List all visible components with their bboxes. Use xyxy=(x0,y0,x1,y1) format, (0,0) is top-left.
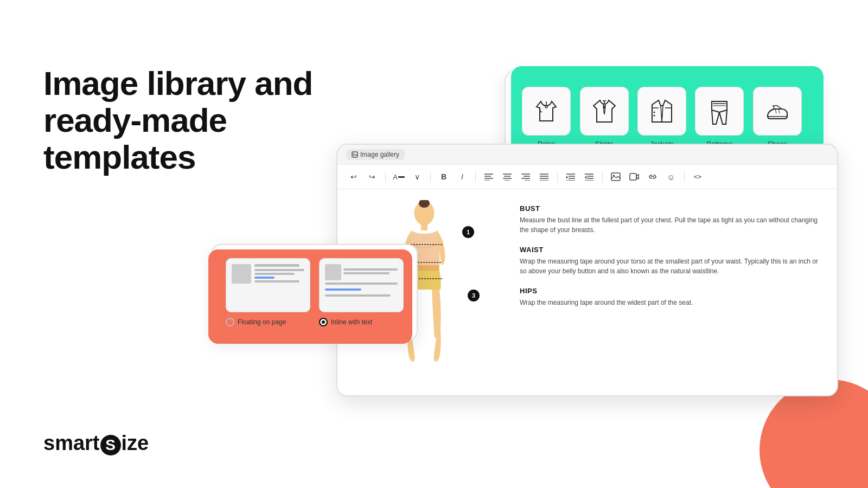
floating-mini-content xyxy=(226,259,310,312)
toolbar-sep-3 xyxy=(475,171,476,182)
svg-point-2 xyxy=(654,115,655,117)
polo-icon-box xyxy=(522,87,571,136)
logo-s-icon: S xyxy=(100,435,121,455)
floating-radio[interactable] xyxy=(226,318,234,326)
italic-button[interactable]: I xyxy=(455,169,470,184)
inline-radio-row[interactable]: Inline with text xyxy=(319,318,404,326)
library-item-bottoms[interactable]: Bottoms xyxy=(694,87,745,148)
outdent-button[interactable] xyxy=(582,169,597,184)
code-button[interactable]: <> xyxy=(690,169,705,184)
editor-topbar: Image gallery xyxy=(337,145,837,165)
inline-radio[interactable] xyxy=(319,318,328,326)
hero-section: Image library and ready-made templates xyxy=(43,65,326,176)
placement-options: Floating on page xyxy=(226,258,404,326)
align-justify-button[interactable] xyxy=(537,169,552,184)
hips-heading: HIPS xyxy=(520,287,820,295)
align-left-button[interactable] xyxy=(481,169,496,184)
emoji-button[interactable]: ☺ xyxy=(663,169,679,184)
shoes-icon xyxy=(762,96,793,126)
jacket-icon-box xyxy=(637,87,686,136)
shoes-icon-box xyxy=(753,87,802,136)
toolbar-sep-4 xyxy=(557,171,558,182)
insert-video-button[interactable] xyxy=(627,169,642,184)
svg-rect-31 xyxy=(630,174,636,180)
svg-point-1 xyxy=(654,112,655,113)
library-item-jackets[interactable]: Jackets xyxy=(636,87,687,148)
hips-dot: 3 xyxy=(468,290,480,301)
waist-text: Wrap the measuring tape around your tors… xyxy=(520,256,820,276)
library-item-shoes[interactable]: Shoes xyxy=(752,87,803,148)
logo-text-after: ize xyxy=(122,432,149,454)
svg-point-4 xyxy=(353,153,354,154)
redo-button[interactable]: ↪ xyxy=(365,169,380,184)
inline-mini-content xyxy=(320,259,403,312)
shirt-icon-box xyxy=(580,87,629,136)
bold-button[interactable]: B xyxy=(436,169,451,184)
bottoms-icon xyxy=(704,96,735,126)
hero-title: Image library and ready-made templates xyxy=(43,65,326,176)
hips-section: HIPS Wrap the measuring tape around the … xyxy=(520,287,820,307)
editor-content: BUST Measure the bust line at the fulles… xyxy=(511,189,837,395)
toolbar-sep-6 xyxy=(684,171,685,182)
align-center-button[interactable] xyxy=(500,169,515,184)
align-right-button[interactable] xyxy=(518,169,533,184)
svg-rect-36 xyxy=(421,224,427,230)
placement-opt-inline[interactable]: Inline with text xyxy=(319,258,404,326)
bust-dot: 1 xyxy=(462,226,474,238)
bust-text: Measure the bust line at the fullest par… xyxy=(520,215,820,235)
inline-label: Inline with text xyxy=(331,318,372,326)
bust-section: BUST Measure the bust line at the fulles… xyxy=(520,204,820,235)
editor-toolbar[interactable]: ↩ ↪ A ∨ B I xyxy=(337,165,837,189)
logo: smartSize xyxy=(43,432,149,455)
font-dropdown-button[interactable]: ∨ xyxy=(410,169,425,184)
hips-text: Wrap the measuring tape around the wides… xyxy=(520,298,820,307)
undo-button[interactable]: ↩ xyxy=(346,169,361,184)
toolbar-sep-5 xyxy=(602,171,603,182)
toolbar-sep-1 xyxy=(385,171,386,182)
placement-opt-floating[interactable]: Floating on page xyxy=(226,258,310,326)
jacket-icon xyxy=(647,96,677,126)
floating-preview xyxy=(226,258,310,312)
toolbar-sep-2 xyxy=(430,171,431,182)
logo-text-before: smart xyxy=(43,432,100,454)
inline-preview xyxy=(319,258,404,312)
svg-point-0 xyxy=(545,106,547,108)
waist-heading: WAIST xyxy=(520,246,820,254)
waist-section: WAIST Wrap the measuring tape around you… xyxy=(520,246,820,276)
shirt-icon xyxy=(589,96,620,126)
bust-heading: BUST xyxy=(520,204,820,213)
indent-button[interactable] xyxy=(563,169,578,184)
insert-link-button[interactable] xyxy=(645,169,660,184)
polo-shirt-icon xyxy=(531,96,561,126)
bottoms-icon-box xyxy=(695,87,744,136)
floating-radio-row[interactable]: Floating on page xyxy=(226,318,310,326)
font-color-button[interactable]: A xyxy=(391,169,406,184)
floating-label: Floating on page xyxy=(238,318,286,326)
insert-image-button[interactable] xyxy=(608,169,623,184)
gallery-tag: Image gallery xyxy=(346,149,405,160)
library-items: Polos Shirts xyxy=(521,87,803,148)
placement-card: Floating on page xyxy=(212,244,418,341)
image-gallery-icon xyxy=(352,151,358,158)
gallery-tag-label: Image gallery xyxy=(360,151,399,158)
library-item-shirts[interactable]: Shirts xyxy=(578,87,629,148)
svg-point-30 xyxy=(613,175,615,176)
library-item-polos[interactable]: Polos xyxy=(521,87,572,148)
